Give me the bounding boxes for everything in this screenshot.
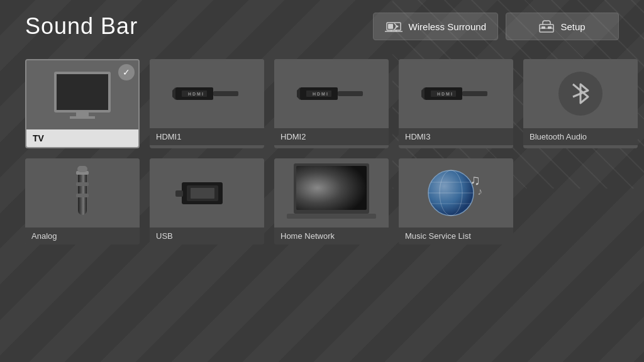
header-buttons: Wireless Surround Setup <box>373 13 619 40</box>
analog-jack-icon <box>60 165 104 221</box>
input-hdmi3[interactable]: HDMI HDMI3 <box>399 59 513 148</box>
input-hdmi2[interactable]: HDMI HDMI2 <box>274 59 389 148</box>
home-network-label: Home Network <box>274 228 389 244</box>
svg-rect-33 <box>191 188 214 199</box>
input-home-network[interactable]: Home Network <box>274 158 389 244</box>
hdmi1-cable-icon: HDMI <box>172 75 242 112</box>
page-title: Sound Bar <box>25 13 138 40</box>
bluetooth-image <box>523 59 638 128</box>
wireless-surround-label: Wireless Surround <box>409 21 486 32</box>
svg-rect-35 <box>296 166 367 210</box>
hdmi3-label: HDMI3 <box>399 128 513 145</box>
hdmi2-image: HDMI <box>274 59 389 128</box>
hdmi3-image: HDMI <box>399 59 513 128</box>
analog-image <box>25 158 140 228</box>
music-service-label: Music Service List <box>399 228 513 244</box>
usb-image <box>150 158 264 228</box>
svg-rect-29 <box>77 166 87 172</box>
setup-label: Setup <box>560 21 585 32</box>
grid-row-1: ✓ TV HDMI HDMI1 <box>25 59 619 148</box>
music-service-image: ♫ ♪ <box>399 158 513 228</box>
analog-label: Analog <box>25 228 140 244</box>
selected-checkmark: ✓ <box>118 64 135 80</box>
svg-marker-14 <box>172 87 175 100</box>
setup-icon <box>539 19 554 33</box>
grid-row-2: Analog USB <box>25 158 619 244</box>
input-analog[interactable]: Analog <box>25 158 140 244</box>
laptop-icon <box>274 158 389 228</box>
input-grid: ✓ TV HDMI HDMI1 <box>0 47 644 257</box>
hdmi1-label: HDMI1 <box>150 128 264 145</box>
svg-text:HDMI: HDMI <box>313 92 329 96</box>
wireless-surround-button[interactable]: Wireless Surround <box>373 13 498 40</box>
svg-text:♪: ♪ <box>477 186 482 197</box>
input-music-service[interactable]: ♫ ♪ Music Service List <box>399 158 513 244</box>
svg-rect-22 <box>462 91 487 96</box>
input-bluetooth[interactable]: Bluetooth Audio <box>523 59 638 148</box>
hdmi1-image: HDMI <box>150 59 264 128</box>
input-usb[interactable]: USB <box>150 158 264 244</box>
setup-button[interactable]: Setup <box>506 13 619 40</box>
usb-label: USB <box>150 228 264 244</box>
svg-rect-36 <box>287 214 376 219</box>
hdmi2-cable-icon: HDMI <box>297 75 366 112</box>
tv-image: ✓ <box>26 60 138 129</box>
svg-rect-17 <box>338 91 363 96</box>
tv-icon <box>54 72 111 119</box>
input-tv[interactable]: ✓ TV <box>25 59 140 148</box>
svg-rect-12 <box>213 91 238 96</box>
tv-label: TV <box>26 129 138 147</box>
svg-rect-25 <box>78 168 87 215</box>
usb-connector-icon <box>175 173 238 214</box>
hdmi2-label: HDMI2 <box>274 128 389 145</box>
bluetooth-symbol-svg <box>567 78 594 109</box>
header: Sound Bar Wireless Surround <box>0 0 644 47</box>
input-hdmi1[interactable]: HDMI HDMI1 <box>150 59 264 148</box>
svg-rect-28 <box>76 194 89 197</box>
wireless-surround-icon <box>385 20 402 33</box>
svg-rect-1 <box>388 24 393 29</box>
svg-rect-27 <box>76 182 89 186</box>
svg-text:HDMI: HDMI <box>188 92 204 96</box>
bluetooth-icon <box>558 72 602 116</box>
music-globe-icon: ♫ ♪ <box>418 165 494 221</box>
hdmi3-cable-icon: HDMI <box>421 75 491 112</box>
svg-marker-19 <box>297 87 300 100</box>
svg-rect-31 <box>175 190 183 197</box>
svg-text:HDMI: HDMI <box>437 92 453 96</box>
svg-marker-24 <box>421 87 425 100</box>
bluetooth-label: Bluetooth Audio <box>523 128 638 145</box>
home-network-image <box>274 158 389 228</box>
